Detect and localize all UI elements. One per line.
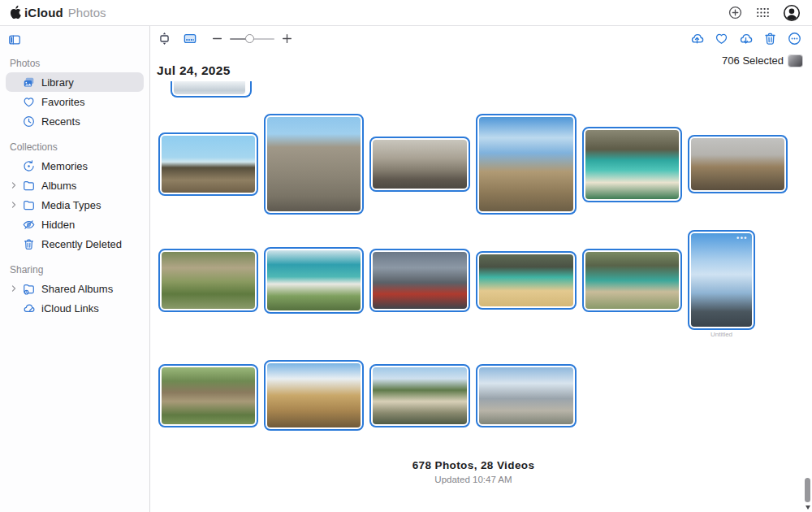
toolbar-right [689,31,802,46]
photo-row-1 [151,114,812,215]
photo-durdle-door-beach[interactable] [476,251,577,310]
photo-row-2: •••Untitled [151,230,812,330]
cloud-icon [22,302,36,315]
sidebar-item-label: Albums [41,180,76,192]
photo-image [585,130,679,199]
photo-arc-de-triomphe[interactable] [264,114,364,215]
photo-westminster-parliament[interactable] [264,360,364,431]
delete-button[interactable] [762,31,778,46]
photo-image [267,250,361,310]
sidebar-item-label: Recently Deleted [41,238,122,250]
photo-image [479,117,573,211]
sidebar-item-memories[interactable]: Memories [6,156,144,176]
sidebar-item-label: iCloud Links [41,302,99,315]
grid-view-button[interactable] [182,31,198,46]
chevron-right-icon[interactable] [8,180,19,191]
eye-slash-icon [22,218,36,232]
sidebar-item-label: Library [41,76,74,89]
photo-image [691,233,752,327]
folder-icon [22,198,36,212]
photos-icon [22,76,36,89]
brand: iCloud Photos [0,6,106,20]
photo-partial-photo-top[interactable] [171,81,252,98]
photo-trafalgar-square[interactable] [476,364,577,427]
subheader: Jul 24, 2025 706 Selected [151,50,812,75]
favorite-button[interactable] [714,31,729,46]
apple-logo-icon [11,6,21,18]
sidebar-item-recently-deleted[interactable]: Recently Deleted [6,234,144,254]
photo-image [479,367,573,424]
sidebar-item-label: Media Types [41,199,101,211]
photo-cornwall-beach-cove[interactable] [582,127,682,202]
sidebar-item-favorites[interactable]: Favorites [6,92,144,111]
photo-caption: Untitled [689,331,754,338]
date-header: Jul 24, 2025 [157,63,231,78]
sidebar-section-title-collections: Collections [0,141,149,153]
photo-tower-bridge-landscape[interactable] [688,135,788,193]
photo-louvre-crowd[interactable] [369,137,470,192]
sidebar-nav: PhotosLibraryFavoritesRecentsCollections… [0,58,149,318]
scrollbar-thumb[interactable] [805,478,810,502]
sidebar-section-title-photos: Photos [0,58,149,69]
brand-photos: Photos [68,6,106,20]
photo-image [585,252,679,309]
sidebar-item-media-types[interactable]: Media Types [6,195,144,215]
sidebar-toggle-button[interactable] [7,33,22,47]
photo-paris-fountain[interactable] [158,132,258,196]
sidebar-item-icloud-links[interactable]: iCloud Links [6,298,144,318]
folder-icon [22,179,36,193]
updated-time-label: Updated 10:47 AM [151,475,796,484]
scrollbar-down-arrow[interactable] [805,505,810,510]
toolbar-left [157,31,293,46]
zoom-in-button[interactable] [281,33,293,45]
chevron-right-icon[interactable] [8,283,19,294]
photo-big-ben-red-bus[interactable] [369,249,470,312]
photo-count-label: 678 Photos, 28 Videos [151,459,796,471]
photo-london-eye[interactable]: •••Untitled [688,230,755,330]
sidebar-item-hidden[interactable]: Hidden [6,215,144,234]
photo-row-3 [151,360,812,431]
photo-image [373,252,467,309]
sidebar-item-library[interactable]: Library [6,72,144,92]
photo-more-options-icon[interactable]: ••• [736,234,748,242]
icloud-photos-app: iCloud Photos PhotosLibraryFavoritesRece… [0,0,812,512]
photo-image [162,367,255,424]
photo-image [174,81,245,94]
photo-man-o-war-cove[interactable] [582,249,682,312]
photo-coastal-cliffs[interactable] [264,247,364,314]
photo-image [373,367,467,424]
photo-cotswold-village[interactable] [158,249,258,312]
sidebar: PhotosLibraryFavoritesRecentsCollections… [0,26,150,512]
download-button[interactable] [738,31,754,46]
account-avatar-button[interactable] [783,4,801,22]
photo-tower-bridge-portrait[interactable] [476,114,577,215]
photo-image [162,252,255,309]
heart-icon [22,95,36,109]
add-button[interactable] [728,5,743,20]
photo-row-0 [151,81,812,98]
fit-view-button[interactable] [157,31,172,46]
share-upload-button[interactable] [689,31,705,46]
selected-count-label: 706 Selected [722,54,784,67]
photos-toolbar [151,31,812,50]
zoom-slider-thumb[interactable] [245,34,254,43]
zoom-out-button[interactable] [211,33,223,45]
sidebar-item-shared-albums[interactable]: Shared Albums [6,279,144,298]
photo-grid: •••Untitled [151,81,812,431]
main-content: Jul 24, 2025 706 Selected •••Untitled 67… [151,26,812,512]
photo-tower-of-london[interactable] [369,364,470,427]
sidebar-item-albums[interactable]: Albums [6,176,144,195]
brand-icloud: iCloud [24,6,63,20]
folder-person-icon [22,282,36,296]
chevron-right-icon[interactable] [8,199,19,210]
library-summary: 678 Photos, 28 Videos Updated 10:47 AM [151,459,812,484]
sidebar-item-recents[interactable]: Recents [6,111,144,131]
photo-cottage-lane[interactable] [158,364,258,427]
photo-image [479,254,573,306]
zoom-slider[interactable] [230,34,274,44]
top-header: iCloud Photos [0,0,812,26]
more-options-button[interactable] [787,31,802,46]
apps-grid-button[interactable] [755,5,771,20]
photo-image [267,363,361,427]
memories-icon [22,159,36,173]
